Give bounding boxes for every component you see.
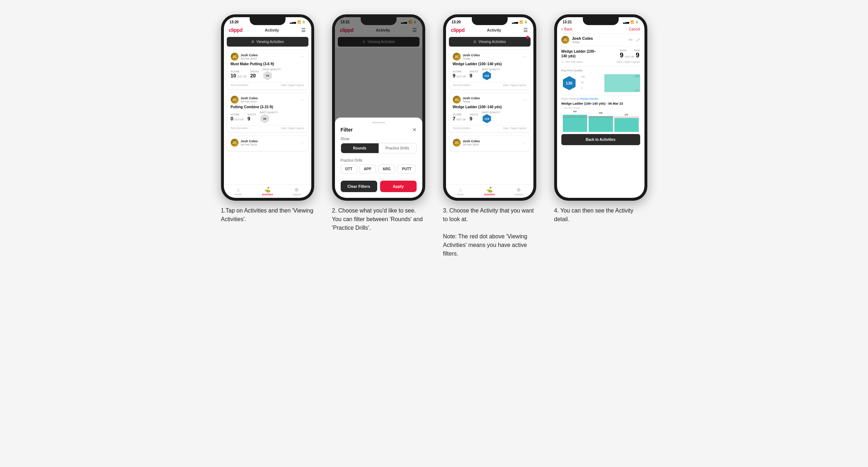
practice-drills-btn-2[interactable]: Practice Drills [379,143,416,153]
nav-home-label-1: Home [235,193,242,196]
phone-notch-2 [361,17,397,25]
hexagon-val-3-2: 118 [484,117,489,120]
hamburger-icon-3[interactable]: ☰ [523,27,528,33]
activity-card-1-2[interactable]: JC Josh Coles 28 Feb 2023 ··· Putting Co… [227,92,308,133]
score-val-3-2: 7 [453,116,456,121]
hexagon-1-2: 45 [260,114,270,124]
putt-btn-2[interactable]: PUTT [397,165,416,173]
big-hexagon-val-4: 130 [566,81,572,85]
status-time-1: 13:20 [230,20,239,24]
wifi-icon-1: 📶 [297,20,301,24]
nav-home-1[interactable]: ⌂ Home [224,185,253,198]
activity-card-1-3[interactable]: JC Josh Coles 28 Feb 2023 ··· [227,135,308,151]
test-info-row-4: ⓘ Test Information Data: Clippd Capture [561,60,640,63]
close-btn-2[interactable]: ✕ [412,127,417,133]
stat-group-shots-1-2: Shots 9 [248,113,256,121]
phone-screen-3: 13:20 ▂▃▄ 📶 🔋 clippd Activity ☰ ⚙ Vi [446,17,533,198]
shots-label-4: Shots [634,49,640,52]
dots-menu-1-3[interactable]: ··· [301,140,304,145]
score-val-4: 9 [620,52,623,59]
user-name-1-2: Josh Coles [241,96,258,100]
activity-card-3-3[interactable]: JC Josh Coles 28 Feb 2023 ··· [449,135,531,151]
toggle-row-2: Rounds Practice Drills [341,143,417,153]
clear-filters-btn-2[interactable]: Clear Filters [341,181,377,192]
divider-4-2 [561,95,640,95]
drill-title-text-4: Wedge Ladder (100–140 yds) [561,49,597,58]
card-header-3-3: JC Josh Coles 28 Feb 2023 ··· [453,139,527,147]
nav-activities-3[interactable]: ⛳ Activities [475,185,504,198]
chart-axis-4: APP [635,89,639,91]
activity-card-3-1[interactable]: JC Josh Coles Today ··· Wedge Ladder (10… [449,49,531,90]
action-row-2: Clear Filters Apply [341,181,417,192]
bar-3-4: 124 [614,118,639,132]
app-btn-2[interactable]: APP [359,165,376,173]
shots-label-3-1: Shots [470,70,478,73]
apply-btn-2[interactable]: Apply [380,181,417,192]
caption-3: 3. Choose the Activity that you want to … [443,206,536,258]
nav-activities-1[interactable]: ⛳ Activities [253,185,282,198]
bar-2-4: 129 [589,116,613,132]
dots-menu-3-3[interactable]: ··· [523,140,526,145]
activity-card-3-2[interactable]: JC Josh Coles Today ··· Wedge Ladder (10… [449,92,531,133]
activity-card-1-1[interactable]: JC Josh Coles 28 Feb 2023 ··· Must Make … [227,49,308,90]
dots-menu-3-2[interactable]: ··· [523,97,526,102]
nav-activities-label-3: Activities [484,193,495,196]
cancel-btn-4[interactable]: Cancel [629,27,640,31]
quality-label-1-1: Shot Quality [263,68,281,71]
nav-home-3[interactable]: ⌂ Home [446,185,475,198]
nav-home-label-3: Home [457,193,464,196]
card-header-3-2: JC Josh Coles Today ··· [453,96,527,104]
bottom-nav-3: ⌂ Home ⛳ Activities ⊕ Capture [446,184,533,198]
user-date-1-1: 28 Feb 2023 [241,57,258,60]
phone-2: 13:21 ▂▃▄ 📶 🔋 clippd Activity ☰ ⚙ Vi [332,14,425,201]
user-name-1-1: Josh Coles [241,53,258,57]
out-of-1-2: OUT OF [234,118,244,121]
nav-capture-1[interactable]: ⊕ Capture [282,185,311,198]
cards-list-3: JC Josh Coles Today ··· Wedge Ladder (10… [446,48,533,184]
expand-icon-4[interactable]: ⤢ [636,37,640,43]
ott-btn-2[interactable]: OTT [341,165,357,173]
phone-notch-4 [583,17,619,25]
signal-icon-1: ▂▃▄ [290,20,296,24]
sheet-header-2: Filter ✕ [341,127,417,133]
drill-buttons-2: OTT APP ARG PUTT [341,165,417,173]
score-val-3-1: 9 [453,73,456,78]
user-info-3-3: JC Josh Coles 28 Feb 2023 [453,139,480,147]
arg-btn-2[interactable]: ARG [378,165,395,173]
rounds-btn-2[interactable]: Rounds [341,143,379,153]
activity-title-3-2: Wedge Ladder (100–140 yds) [453,105,527,109]
nav-capture-3[interactable]: ⊕ Capture [504,185,533,198]
dots-menu-1-1[interactable]: ··· [301,54,304,59]
dots-menu-3-1[interactable]: ··· [523,54,526,59]
user-info-1-2: JC Josh Coles 28 Feb 2023 [231,96,258,104]
capture-icon-1: ⊕ [294,187,299,192]
hexagon-1-1: 75 [263,71,273,81]
shots-label-3-2: Shots [470,113,478,116]
app-header-3: clippd Activity ☰ [446,25,533,35]
status-time-4: 13:21 [563,20,572,24]
card-footer-1-2: Test Information Data: Clippd Capture [231,125,304,129]
activity-title-1-2: Putting Combine (3-15 ft) [231,105,304,109]
avatar-3-3: JC [453,139,461,147]
back-to-activities-btn-4[interactable]: Back to Activities [561,134,640,145]
user-name-1-3: Josh Coles [241,139,258,143]
wifi-icon-3: 📶 [519,20,523,24]
stats-row-3-1: Score 9 OUT OF Shots 9 [453,68,527,81]
viewing-banner-1[interactable]: ⚙ Viewing Activities [227,37,308,47]
player-activity-label-4: Player Activity ▸ Practice Session [561,97,640,100]
caption-1: 1.Tap on Activities and then 'Viewing Ac… [221,206,314,224]
phone-1: 13:20 ▂▃▄ 📶 🔋 clippd Activity ☰ ⚙ Vi [221,14,314,201]
bar-1-4: 132 [563,115,587,132]
hamburger-icon-1[interactable]: ☰ [301,27,306,33]
chart-y1-4: 100 [581,76,585,78]
avatar-4: JC [561,36,569,44]
avatar-3-2: JC [453,96,461,104]
avatar-1-2: JC [231,96,239,104]
detail-header-4: < Back Cancel [557,25,644,34]
back-btn-4[interactable]: < Back [561,27,572,31]
viewing-banner-3[interactable]: ⚙ Viewing Activities [449,37,531,47]
edit-icon-4[interactable]: ✏ [629,37,633,43]
dots-menu-1-2[interactable]: ··· [301,97,304,102]
hexagon-val-1-1: 75 [266,74,269,77]
out-of-3-2: OUT OF [456,118,466,121]
